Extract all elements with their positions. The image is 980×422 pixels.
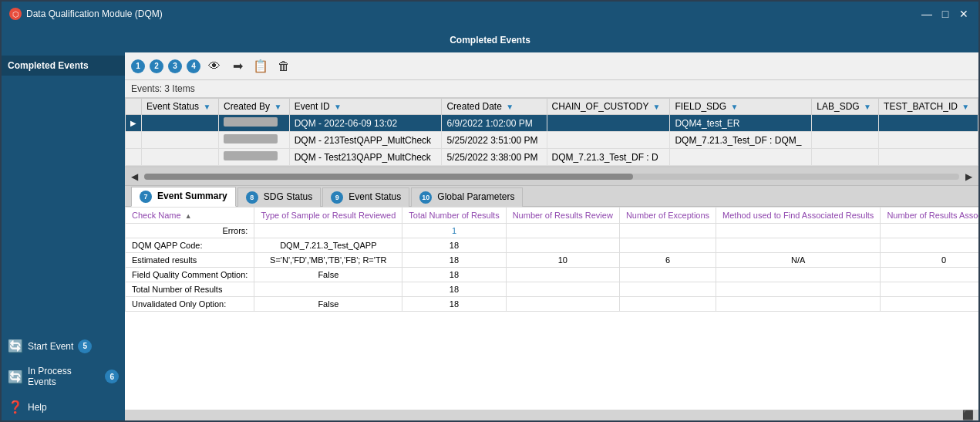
list-item: Field Quality Comment Option: False 18 — [126, 268, 979, 282]
col-results-review: Number of Results Review — [506, 208, 619, 224]
start-event-label: Start Event — [28, 341, 73, 352]
col-event-status[interactable]: Event Status ▼ — [142, 99, 219, 115]
sidebar-item-help[interactable]: ❓ Help — [2, 393, 125, 420]
col-lab-sdg[interactable]: LAB_SDG ▼ — [812, 99, 879, 115]
tab-sdg-status-label: SDG Status — [264, 191, 312, 202]
col-event-id[interactable]: Event ID ▼ — [289, 99, 442, 115]
created-date-filter-icon[interactable]: ▼ — [506, 103, 514, 111]
tab-10-badge: 10 — [419, 191, 432, 204]
review-cell: 10 — [506, 253, 619, 268]
associated-cell — [881, 297, 978, 312]
view-button[interactable]: 👁 — [205, 57, 224, 76]
test-batch-filter-icon[interactable]: ▼ — [961, 103, 969, 111]
export-button[interactable]: 📋 — [251, 57, 270, 76]
created-date-cell: 5/25/2022 3:51:00 PM — [442, 132, 547, 149]
method-cell — [716, 282, 881, 297]
events-table-container: Event Status ▼ Created By ▼ Event ID ▼ C… — [125, 98, 978, 167]
event-id-cell: DQM - 2022-06-09 13:02 — [289, 115, 442, 132]
check-name-cell: DQM QAPP Code: — [126, 238, 254, 253]
col-test-batch-id[interactable]: TEST_BATCH_ID ▼ — [879, 99, 978, 115]
lab-sdg-filter-icon[interactable]: ▼ — [864, 103, 871, 111]
tab-sdg-status[interactable]: 8 SDG Status — [237, 187, 321, 207]
col-field-sdg[interactable]: FIELD_SDG ▼ — [670, 99, 812, 115]
method-cell: N/A — [716, 253, 881, 268]
field-sdg-cell: DQM4_test_ER — [670, 115, 812, 132]
exceptions-cell — [619, 282, 716, 297]
badge-2: 2 — [150, 59, 163, 73]
event-id-filter-icon[interactable]: ▼ — [334, 103, 342, 111]
summary-errors-row: Errors: 1 — [126, 224, 979, 238]
window-controls: — □ ✕ — [920, 8, 971, 20]
total-results-cell: 18 — [402, 282, 506, 297]
start-event-badge: 5 — [78, 339, 92, 353]
sidebar-item-in-process-events[interactable]: 🔄 In Process Events 6 — [2, 360, 125, 393]
exceptions-cell — [619, 268, 716, 282]
col-total-results: Total Number of Results — [402, 208, 506, 224]
associated-cell — [881, 268, 978, 282]
events-table: Event Status ▼ Created By ▼ Event ID ▼ C… — [125, 98, 978, 166]
created-by-filter-icon[interactable]: ▼ — [274, 103, 281, 111]
sidebar-item-start-event[interactable]: 🔄 Start Event 5 — [2, 333, 125, 360]
method-cell — [716, 297, 881, 312]
table-row[interactable]: DQM - 213TestQAPP_MultCheck 5/25/2022 3:… — [126, 132, 978, 149]
total-results-cell: 18 — [402, 268, 506, 282]
chain-filter-icon[interactable]: ▼ — [653, 103, 661, 111]
event-status-filter-icon[interactable]: ▼ — [203, 103, 210, 111]
created-by-blurred — [224, 134, 278, 143]
chain-cell — [547, 132, 670, 149]
tab-event-summary[interactable]: 7 Event Summary — [131, 187, 236, 207]
lab-sdg-cell — [812, 149, 879, 166]
tab-event-summary-label: Event Summary — [157, 191, 227, 201]
summary-container: Check Name ▲ Type of Sample or Result Re… — [125, 207, 978, 410]
list-item: Total Number of Results 18 — [126, 282, 979, 297]
tab-event-status-label: Event Status — [349, 191, 401, 202]
row-indicator-header — [126, 99, 142, 115]
event-status-cell — [142, 132, 219, 149]
table-row[interactable]: ▶ DQM - 2022-06-09 13:02 6/9/2022 1:02:0… — [126, 115, 978, 132]
event-id-cell: DQM - 213TestQAPP_MultCheck — [289, 132, 442, 149]
sidebar: Completed Events 🔄 Start Event 5 🔄 In Pr… — [2, 52, 125, 420]
check-name-cell: Field Quality Comment Option: — [126, 268, 254, 282]
app-icon: ⬡ — [9, 8, 22, 20]
tab-7-badge: 7 — [140, 191, 152, 203]
col-check-name: Check Name ▲ — [126, 208, 254, 224]
close-button[interactable]: ✕ — [957, 8, 971, 20]
associated-cell — [881, 238, 978, 253]
method-cell — [716, 238, 881, 253]
total-results-cell: 18 — [402, 297, 506, 312]
lab-sdg-cell — [812, 132, 879, 149]
tab-8-badge: 8 — [246, 191, 258, 204]
row-arrow — [126, 132, 142, 149]
exceptions-cell: 6 — [619, 253, 716, 268]
chain-cell: DQM_7.21.3_Test_DF : D — [547, 149, 670, 166]
event-status-cell — [142, 149, 219, 166]
content-area: Completed Events 🔄 Start Event 5 🔄 In Pr… — [2, 52, 978, 420]
sample-type-cell: DQM_7.21.3_Test_QAPP — [254, 238, 402, 253]
app-header: Completed Events — [2, 26, 978, 52]
col-chain-of-custody[interactable]: CHAIN_OF_CUSTODY ▼ — [547, 99, 670, 115]
col-created-by[interactable]: Created By ▼ — [219, 99, 290, 115]
tab-global-parameters[interactable]: 10 Global Parameters — [411, 187, 523, 207]
test-batch-cell — [879, 115, 978, 132]
maximize-button[interactable]: □ — [938, 8, 952, 20]
badge-3: 3 — [168, 59, 182, 73]
forward-button[interactable]: ➡ — [228, 57, 247, 76]
col-created-date[interactable]: Created Date ▼ — [442, 99, 547, 115]
nav-left-icon[interactable]: ◀ — [128, 171, 141, 182]
tab-event-status[interactable]: 9 Event Status — [322, 187, 409, 207]
table-row[interactable]: DQM - Test213QAPP_MultCheck 5/25/2022 3:… — [126, 149, 978, 166]
nav-right-icon[interactable]: ▶ — [962, 171, 975, 182]
test-batch-cell — [879, 149, 978, 166]
nav-area: ◀ ▶ — [125, 167, 978, 186]
col-exceptions: Number of Exceptions — [619, 208, 716, 224]
field-sdg-filter-icon[interactable]: ▼ — [730, 103, 738, 111]
list-item: Unvalidated Only Option: False 18 — [126, 297, 979, 312]
minimize-button[interactable]: — — [920, 8, 934, 20]
help-label: Help — [28, 402, 47, 413]
col-sample-type: Type of Sample or Result Reviewed — [254, 208, 402, 224]
errors-method — [716, 224, 881, 238]
created-by-cell — [219, 115, 290, 132]
errors-exceptions — [619, 224, 716, 238]
list-item: DQM QAPP Code: DQM_7.21.3_Test_QAPP 18 — [126, 238, 979, 253]
delete-button[interactable]: 🗑 — [274, 57, 293, 76]
